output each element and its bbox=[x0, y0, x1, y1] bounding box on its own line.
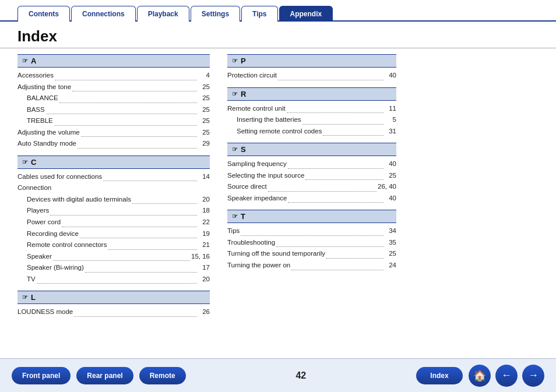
remote-button[interactable]: Remote bbox=[139, 367, 186, 384]
tab-settings[interactable]: Settings bbox=[191, 6, 240, 22]
section-r-header: ☞ R bbox=[227, 87, 396, 101]
section-t-header: ☞ T bbox=[227, 210, 396, 223]
right-bottom-buttons: Index 🏠 ← → bbox=[416, 365, 544, 387]
entry-loudness: LOUDNESS mode 26 bbox=[17, 306, 210, 318]
section-t: ☞ T Tips 34 Troubleshooting 35 Turning o… bbox=[227, 210, 396, 271]
entry-sampling: Sampling frequency 40 bbox=[227, 158, 396, 170]
content-area: ☞ A Accessories 4 Adjusting the tone 25 … bbox=[0, 54, 556, 322]
bottom-nav-buttons: Front panel Rear panel Remote bbox=[12, 367, 186, 384]
tab-contents[interactable]: Contents bbox=[17, 6, 70, 22]
forward-button[interactable]: → bbox=[522, 365, 544, 387]
entry-recording-device: Recording device 19 bbox=[17, 228, 210, 240]
section-c: ☞ C Cables used for connections 14 Conne… bbox=[17, 156, 210, 285]
entry-adjusting-tone: Adjusting the tone 25 bbox=[17, 82, 210, 93]
entry-balance: BALANCE 25 bbox=[17, 93, 210, 104]
tab-connections[interactable]: Connections bbox=[71, 6, 136, 22]
entry-speaker-impedance: Speaker impedance 40 bbox=[227, 193, 396, 204]
entry-power-cord: Power cord 22 bbox=[17, 217, 210, 228]
bottom-bar: Front panel Rear panel Remote 42 Index 🏠… bbox=[0, 358, 556, 392]
section-r-icon: ☞ bbox=[232, 90, 238, 98]
entry-troubleshooting: Troubleshooting 35 bbox=[227, 237, 396, 249]
entry-remote-unit: Remote control unit 11 bbox=[227, 103, 396, 115]
section-a-icon: ☞ bbox=[22, 57, 28, 65]
home-button[interactable]: 🏠 bbox=[469, 365, 491, 387]
entry-bass: BASS 25 bbox=[17, 104, 210, 116]
entry-speaker: Speaker 15, 16 bbox=[17, 251, 210, 263]
entry-digital-audio: Devices with digital audio terminals 20 bbox=[17, 194, 210, 206]
entry-turn-power-on: Turning the power on 24 bbox=[227, 260, 396, 271]
index-button[interactable]: Index bbox=[416, 367, 463, 384]
section-c-label: C bbox=[31, 158, 36, 167]
left-column: ☞ A Accessories 4 Adjusting the tone 25 … bbox=[17, 54, 210, 322]
section-s-icon: ☞ bbox=[232, 146, 238, 153]
section-l-label: L bbox=[31, 293, 36, 302]
entry-speaker-biwiring: Speaker (Bi-wiring) 17 bbox=[17, 262, 210, 274]
entry-remote-connectors: Remote control connectors 21 bbox=[17, 239, 210, 251]
section-p: ☞ P Protection circuit 40 bbox=[227, 54, 396, 82]
section-l-header: ☞ L bbox=[17, 291, 210, 304]
page-title: Index bbox=[0, 22, 556, 48]
tab-playback[interactable]: Playback bbox=[137, 6, 189, 22]
entry-accessories: Accessories 4 bbox=[17, 70, 210, 82]
section-c-icon: ☞ bbox=[22, 158, 28, 166]
section-a-label: A bbox=[31, 56, 36, 65]
section-s-header: ☞ S bbox=[227, 143, 396, 156]
right-column: ☞ P Protection circuit 40 ☞ R Remote con… bbox=[227, 54, 396, 322]
section-s-label: S bbox=[241, 145, 246, 154]
section-c-header: ☞ C bbox=[17, 156, 210, 169]
section-t-label: T bbox=[241, 212, 245, 221]
section-p-icon: ☞ bbox=[232, 57, 238, 65]
entry-turn-off-sound: Turning off the sound temporarily 25 bbox=[227, 248, 396, 260]
entry-remote-codes: Setting remote control codes 31 bbox=[227, 126, 396, 137]
section-l-icon: ☞ bbox=[22, 294, 28, 301]
section-p-header: ☞ P bbox=[227, 54, 396, 68]
tab-tips[interactable]: Tips bbox=[241, 6, 277, 22]
back-button[interactable]: ← bbox=[495, 365, 518, 387]
section-l: ☞ L LOUDNESS mode 26 bbox=[17, 291, 210, 318]
entry-adjusting-volume: Adjusting the volume 25 bbox=[17, 127, 210, 139]
icon-buttons: 🏠 ← → bbox=[469, 365, 544, 387]
entry-batteries: Inserting the batteries 5 bbox=[227, 114, 396, 126]
entry-auto-standby: Auto Standby mode 29 bbox=[17, 138, 210, 150]
entry-tv: TV 20 bbox=[17, 274, 210, 285]
entry-tips: Tips 34 bbox=[227, 225, 396, 237]
entry-selecting-input: Selecting the input source 25 bbox=[227, 170, 396, 182]
page-number: 42 bbox=[295, 370, 306, 381]
section-t-icon: ☞ bbox=[232, 213, 238, 220]
section-p-label: P bbox=[241, 56, 246, 65]
tab-bar: Contents Connections Playback Settings T… bbox=[0, 0, 556, 22]
front-panel-button[interactable]: Front panel bbox=[12, 367, 71, 384]
entry-cables: Cables used for connections 14 bbox=[17, 171, 210, 183]
tab-appendix[interactable]: Appendix bbox=[279, 6, 333, 22]
section-r-label: R bbox=[241, 90, 246, 98]
entry-treble: TREBLE 25 bbox=[17, 115, 210, 127]
section-a-header: ☞ A bbox=[17, 54, 210, 68]
entry-source-direct: Source direct 26, 40 bbox=[227, 181, 396, 193]
rear-panel-button[interactable]: Rear panel bbox=[76, 367, 133, 384]
section-r: ☞ R Remote control unit 11 Inserting the… bbox=[227, 87, 396, 137]
section-s: ☞ S Sampling frequency 40 Selecting the … bbox=[227, 143, 396, 204]
entry-protection: Protection circuit 40 bbox=[227, 70, 396, 82]
entry-connection: Connection bbox=[17, 182, 210, 194]
entry-players: Players 18 bbox=[17, 205, 210, 217]
section-a: ☞ A Accessories 4 Adjusting the tone 25 … bbox=[17, 54, 210, 150]
